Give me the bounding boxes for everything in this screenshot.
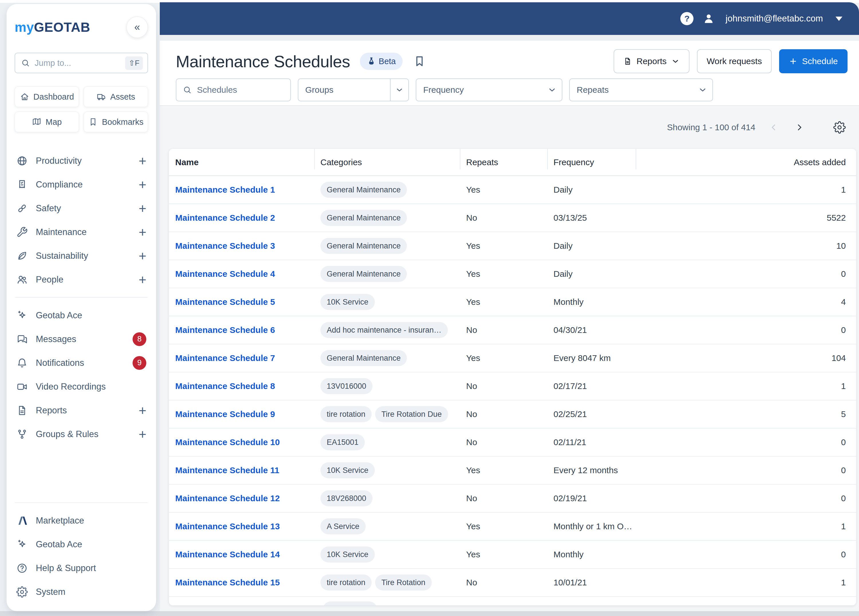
expand-plus-button[interactable]: + [139,202,146,215]
schedules-search-input[interactable] [197,85,284,95]
table-settings-button[interactable] [833,121,846,134]
sidebar-item-label: Geotab Ace [36,539,82,550]
category-chip: General Maintenance [320,266,407,282]
sidebar-item-geotab-ace[interactable]: Geotab Ace [15,303,148,327]
frequency-cell: Daily [547,185,636,195]
sidebar-item-notifications[interactable]: Notifications 9 [15,351,148,375]
repeats-cell: Yes [460,465,547,475]
groups-select-chevron-zone[interactable] [390,79,408,101]
category-chip: General Maintenance [320,182,407,198]
jump-to-input[interactable] [34,58,120,68]
column-header-categories[interactable]: Categories [314,149,460,175]
user-menu-caret-icon[interactable] [836,17,842,21]
table-row: Maintenance Schedule 9tire rotationTire … [169,401,856,429]
schedule-link[interactable]: Maintenance Schedule 13 [175,522,280,531]
sidebar-item-people[interactable]: People + [15,268,148,292]
sidebar-item-system[interactable]: System [15,580,148,604]
schedule-link[interactable]: Maintenance Schedule 7 [175,353,275,363]
schedule-link[interactable]: Maintenance Schedule 4 [175,269,275,279]
search-icon [183,85,192,94]
sidebar-item-marketplace[interactable]: Marketplace [15,508,148,532]
sidebar-item-bookmarks[interactable]: Bookmarks [84,112,148,132]
sidebar-item-sustainability[interactable]: Sustainability + [15,244,148,268]
schedule-button-label: Schedule [802,56,838,66]
categories-cell: General Maintenance [314,210,460,226]
frequency-cell: Every 8047 km [547,353,636,363]
expand-plus-button[interactable]: + [139,428,146,441]
category-chip: A Service [320,518,365,535]
work-requests-button[interactable]: Work requests [697,49,772,73]
app-logo[interactable]: myGEOTAB [15,19,90,35]
expand-plus-button[interactable]: + [139,154,146,167]
document-icon [623,57,632,65]
name-cell: Maintenance Schedule 4 [169,269,314,279]
schedule-link[interactable]: Maintenance Schedule 1 [175,185,275,195]
add-schedule-button[interactable]: Schedule [779,49,848,73]
name-cell: Maintenance Schedule 10 [169,437,314,447]
groups-select[interactable]: Groups [298,78,409,101]
sidebar-item-help-support[interactable]: Help & Support [15,556,148,580]
collapse-sidebar-button[interactable]: « [126,16,148,38]
quick-link-label: Dashboard [33,92,74,101]
next-page-button[interactable] [793,121,806,134]
assets-added-cell: 1 [636,381,856,391]
sidebar-item-reports[interactable]: Reports + [15,398,148,422]
bookmark-icon[interactable] [413,55,426,68]
category-chip: Tire Rotation [375,574,432,591]
user-email[interactable]: johnsmith@fleetabc.com [726,14,823,24]
globe-icon [16,155,28,167]
help-icon[interactable]: ? [680,12,693,25]
schedule-link[interactable]: Maintenance Schedule 15 [175,578,280,587]
repeats-select[interactable]: Repeats [569,78,713,101]
schedule-link[interactable]: Maintenance Schedule 10 [175,437,280,447]
column-header-frequency[interactable]: Frequency [547,149,636,175]
expand-plus-button[interactable]: + [139,273,146,286]
schedule-link[interactable]: Maintenance Schedule 2 [175,213,275,223]
frequency-select[interactable]: Frequency [416,78,562,101]
expand-plus-button[interactable]: + [139,226,146,239]
schedule-link[interactable]: Maintenance Schedule 9 [175,409,275,419]
schedule-link[interactable]: Maintenance Schedule 5 [175,297,275,307]
sidebar-item-geotab-ace[interactable]: Geotab Ace [15,532,148,556]
column-header-name[interactable]: Name [169,149,314,175]
column-header-repeats[interactable]: Repeats [460,149,547,175]
user-icon[interactable] [702,12,715,25]
schedule-link[interactable]: Maintenance Schedule 8 [175,381,275,391]
category-chip: Add hoc maintenance - insuran… [320,322,448,338]
schedule-link[interactable]: Maintenance Schedule 12 [175,493,280,503]
sidebar-item-productivity[interactable]: Productivity + [15,149,148,173]
topbar: ? johnsmith@fleetabc.com [160,2,859,35]
repeats-cell: Yes [460,241,547,251]
chevron-right-icon [795,123,804,132]
jump-to-search[interactable]: ⇧F [15,53,148,73]
frequency-cell: 03/13/25 [547,213,636,223]
schedule-link[interactable]: Maintenance Schedule 6 [175,325,275,335]
sidebar-item-label: Messages [36,334,76,345]
reports-button[interactable]: Reports [614,49,689,73]
name-cell: Maintenance Schedule 14 [169,550,314,559]
repeats-cell: No [460,381,547,391]
sidebar-item-safety[interactable]: Safety + [15,196,148,220]
schedule-link[interactable]: Maintenance Schedule 3 [175,241,275,251]
expand-plus-button[interactable]: + [139,178,146,191]
frequency-select-label: Frequency [416,85,464,95]
schedules-search[interactable] [176,78,291,101]
sidebar-item-dashboard[interactable]: Dashboard [15,86,79,107]
sidebar-item-assets[interactable]: Assets [84,86,148,107]
sidebar-item-video-recordings[interactable]: Video Recordings [15,375,148,398]
schedules-table: Name Categories Repeats Frequency Assets… [169,149,856,605]
expand-plus-button[interactable]: + [139,250,146,262]
prev-page-button[interactable] [767,121,780,134]
repeats-cell: No [460,437,547,447]
schedule-link[interactable]: Maintenance Schedule 11 [175,465,279,475]
categories-cell: General Maintenance [314,182,460,198]
sidebar-item-groups-rules[interactable]: Groups & Rules + [15,422,148,446]
expand-plus-button[interactable]: + [139,404,146,417]
sidebar-item-compliance[interactable]: Compliance + [15,173,148,196]
sidebar-item-map[interactable]: Map [15,112,79,132]
column-header-assets-added[interactable]: Assets added [636,149,856,175]
sidebar-menu: Productivity + Compliance + Safety + Mai… [15,149,148,292]
schedule-link[interactable]: Maintenance Schedule 14 [175,550,280,559]
sidebar-item-maintenance[interactable]: Maintenance + [15,220,148,244]
sidebar-item-messages[interactable]: Messages 8 [15,327,148,351]
